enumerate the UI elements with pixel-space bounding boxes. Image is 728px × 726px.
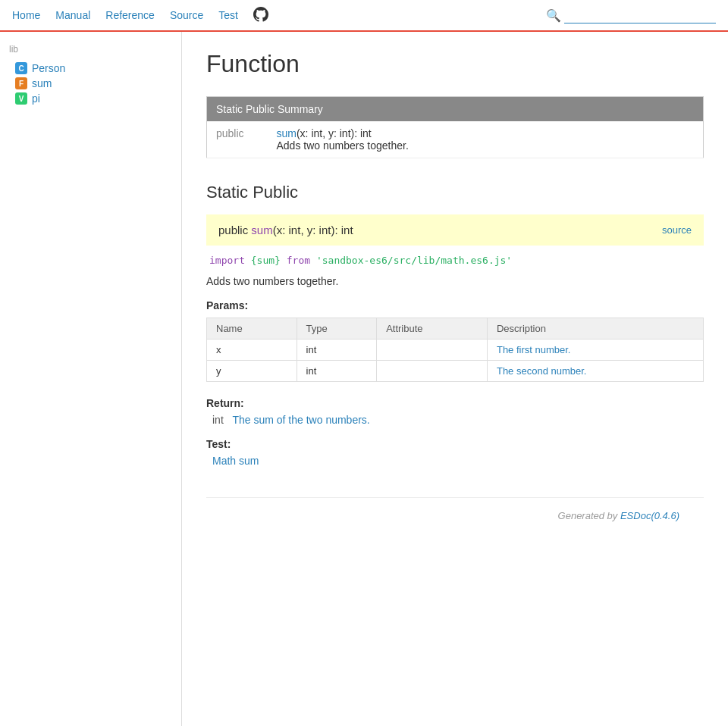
- footer: Generated by ESDoc(0.4.6): [206, 497, 704, 534]
- return-content: int The sum of the two numbers.: [206, 414, 704, 426]
- summary-function-link[interactable]: sum: [277, 127, 297, 139]
- source-link[interactable]: source: [662, 224, 692, 236]
- col-type: Type: [297, 318, 377, 340]
- signature-text: public sum(x: int, y: int): int: [218, 224, 353, 236]
- summary-description: Adds two numbers together.: [277, 139, 695, 152]
- top-navigation: Home Manual Reference Source Test 🔍: [0, 0, 728, 32]
- search-container: 🔍: [546, 8, 716, 23]
- footer-esdoc-link[interactable]: ESDoc(0.4.6): [620, 510, 679, 521]
- import-path: 'sandbox-es6/src/lib/math.es6.js': [316, 255, 512, 266]
- summary-access: public: [207, 121, 268, 158]
- nav-source[interactable]: Source: [170, 9, 203, 21]
- badge-v: V: [15, 92, 27, 105]
- main-content: Function Static Public Summary public su…: [182, 32, 728, 726]
- summary-table: Static Public Summary public sum(x: int,…: [206, 96, 704, 158]
- nav-test[interactable]: Test: [218, 9, 238, 21]
- col-description: Description: [487, 318, 703, 340]
- return-type: int: [212, 414, 224, 426]
- params-label: Params:: [206, 299, 704, 311]
- col-name: Name: [207, 318, 297, 340]
- summary-signature-rest: (x: int, y: int): int: [297, 127, 372, 139]
- summary-row: public sum(x: int, y: int): int Adds two…: [207, 121, 704, 158]
- nav-reference[interactable]: Reference: [105, 9, 155, 21]
- test-link[interactable]: Math sum: [206, 455, 259, 467]
- footer-generated-text: Generated by: [558, 510, 620, 521]
- import-from: from: [287, 255, 310, 266]
- import-line: import {sum} from 'sandbox-es6/src/lib/m…: [206, 255, 704, 266]
- badge-c: C: [15, 62, 27, 74]
- param-type-x: int: [297, 340, 377, 361]
- test-content: Math sum: [206, 455, 704, 467]
- badge-f: F: [15, 77, 27, 89]
- param-attr-y: [377, 361, 488, 382]
- sidebar-lib-label: lib: [9, 44, 172, 55]
- sig-function-name: sum: [251, 224, 272, 236]
- return-label: Return:: [206, 397, 704, 409]
- nav-home[interactable]: Home: [12, 9, 40, 21]
- sig-public-keyword: public: [218, 224, 251, 236]
- import-keyword: import: [209, 255, 245, 266]
- params-header-row: Name Type Attribute Description: [207, 318, 704, 340]
- github-icon[interactable]: [253, 7, 268, 24]
- sidebar: lib C Person F sum V pi: [0, 32, 182, 726]
- nav-manual[interactable]: Manual: [55, 9, 90, 21]
- function-description: Adds two numbers together.: [206, 275, 704, 287]
- param-row-y: y int The second number.: [207, 361, 704, 382]
- import-module: {sum}: [251, 255, 281, 266]
- sidebar-label-pi: pi: [32, 92, 40, 105]
- param-row-x: x int The first number.: [207, 340, 704, 361]
- param-name-y: y: [207, 361, 297, 382]
- param-desc-y: The second number.: [487, 361, 703, 382]
- search-icon: 🔍: [546, 8, 561, 23]
- summary-header: Static Public Summary: [207, 97, 704, 122]
- signature-block: public sum(x: int, y: int): int source: [206, 214, 704, 246]
- param-desc-x: The first number.: [487, 340, 703, 361]
- sig-params: (x: int, y: int): int: [273, 224, 353, 236]
- return-description: The sum of the two numbers.: [232, 414, 369, 426]
- param-name-x: x: [207, 340, 297, 361]
- sidebar-label-sum: sum: [32, 77, 52, 89]
- sidebar-label-person: Person: [32, 62, 65, 74]
- sidebar-item-pi[interactable]: V pi: [9, 91, 172, 106]
- col-attribute: Attribute: [377, 318, 488, 340]
- sidebar-item-person[interactable]: C Person: [9, 61, 172, 76]
- sidebar-item-sum[interactable]: F sum: [9, 76, 172, 91]
- page-title: Function: [206, 50, 704, 78]
- summary-cell: sum(x: int, y: int): int Adds two number…: [268, 121, 704, 158]
- page-layout: lib C Person F sum V pi Function Static …: [0, 32, 728, 726]
- param-attr-x: [377, 340, 488, 361]
- test-label: Test:: [206, 438, 704, 450]
- search-input[interactable]: [564, 8, 716, 23]
- section-heading: Static Public: [206, 183, 704, 202]
- params-table: Name Type Attribute Description x int Th…: [206, 318, 704, 382]
- param-type-y: int: [297, 361, 377, 382]
